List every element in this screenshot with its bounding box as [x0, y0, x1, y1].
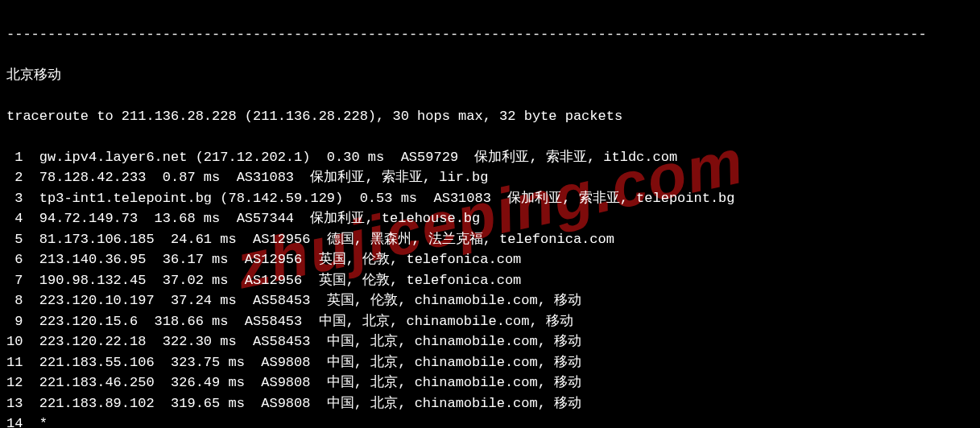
hop-detail: 221.183.46.250 326.49 ms AS9808 中国, 北京, …: [23, 375, 581, 390]
hop-number: 12: [6, 372, 23, 393]
hop-row: 10 223.120.22.18 322.30 ms AS58453 中国, 北…: [6, 331, 974, 352]
terminal-output: ----------------------------------------…: [0, 0, 980, 428]
hop-number: 6: [6, 249, 23, 270]
hop-detail: gw.ipv4.layer6.net (217.12.202.1) 0.30 m…: [23, 150, 677, 165]
hop-number: 11: [6, 352, 23, 373]
hop-detail: 190.98.132.45 37.02 ms AS12956 英国, 伦敦, t…: [23, 273, 521, 288]
separator-line: ----------------------------------------…: [6, 24, 974, 45]
hop-detail: 221.183.55.106 323.75 ms AS9808 中国, 北京, …: [23, 355, 581, 370]
hop-row: 7 190.98.132.45 37.02 ms AS12956 英国, 伦敦,…: [6, 270, 974, 291]
hop-row: 3 tp3-int1.telepoint.bg (78.142.59.129) …: [6, 188, 974, 209]
hop-list: 1 gw.ipv4.layer6.net (217.12.202.1) 0.30…: [6, 147, 974, 429]
hop-number: 2: [6, 167, 23, 188]
hop-row: 13 221.183.89.102 319.65 ms AS9808 中国, 北…: [6, 393, 974, 414]
hop-row: 14 *: [6, 414, 974, 428]
hop-row: 8 223.120.10.197 37.24 ms AS58453 英国, 伦敦…: [6, 290, 974, 311]
hop-detail: tp3-int1.telepoint.bg (78.142.59.129) 0.…: [23, 191, 734, 206]
hop-number: 7: [6, 270, 23, 291]
hop-number: 1: [6, 147, 23, 168]
hop-row: 1 gw.ipv4.layer6.net (217.12.202.1) 0.30…: [6, 147, 974, 168]
hop-detail: 223.120.15.6 318.66 ms AS58453 中国, 北京, c…: [23, 314, 573, 329]
hop-number: 5: [6, 229, 23, 250]
hop-number: 9: [6, 311, 23, 332]
hop-detail: 81.173.106.185 24.61 ms AS12956 德国, 黑森州,…: [23, 232, 614, 247]
hop-detail: 223.120.10.197 37.24 ms AS58453 英国, 伦敦, …: [23, 293, 581, 308]
hop-row: 12 221.183.46.250 326.49 ms AS9808 中国, 北…: [6, 372, 974, 393]
hop-number: 10: [6, 331, 23, 352]
hop-detail: 94.72.149.73 13.68 ms AS57344 保加利亚, tele…: [23, 211, 480, 226]
hop-row: 5 81.173.106.185 24.61 ms AS12956 德国, 黑森…: [6, 229, 974, 250]
hop-detail: 213.140.36.95 36.17 ms AS12956 英国, 伦敦, t…: [23, 252, 521, 267]
hop-detail: 221.183.89.102 319.65 ms AS9808 中国, 北京, …: [23, 396, 581, 411]
hop-row: 9 223.120.15.6 318.66 ms AS58453 中国, 北京,…: [6, 311, 974, 332]
hop-number: 13: [6, 393, 23, 414]
hop-detail: *: [23, 416, 48, 428]
hop-number: 8: [6, 290, 23, 311]
traceroute-header: traceroute to 211.136.28.228 (211.136.28…: [6, 106, 974, 127]
route-title: 北京移动: [6, 65, 974, 86]
hop-number: 3: [6, 188, 23, 209]
hop-row: 6 213.140.36.95 36.17 ms AS12956 英国, 伦敦,…: [6, 249, 974, 270]
hop-detail: 78.128.42.233 0.87 ms AS31083 保加利亚, 索非亚,…: [23, 170, 488, 185]
hop-row: 11 221.183.55.106 323.75 ms AS9808 中国, 北…: [6, 352, 974, 373]
hop-number: 14: [6, 414, 23, 428]
hop-row: 2 78.128.42.233 0.87 ms AS31083 保加利亚, 索非…: [6, 167, 974, 188]
hop-row: 4 94.72.149.73 13.68 ms AS57344 保加利亚, te…: [6, 208, 974, 229]
hop-detail: 223.120.22.18 322.30 ms AS58453 中国, 北京, …: [23, 334, 581, 349]
hop-number: 4: [6, 208, 23, 229]
